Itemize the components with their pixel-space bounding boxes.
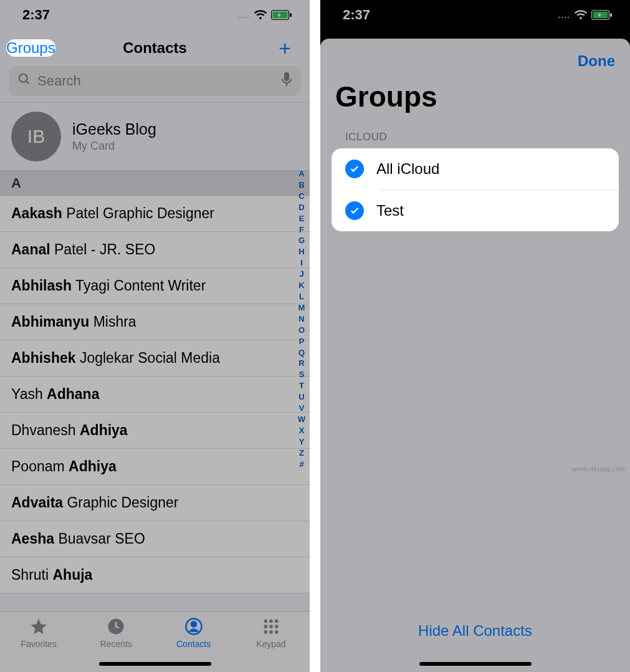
svg-point-12 — [275, 619, 279, 623]
svg-point-11 — [269, 619, 273, 623]
search-placeholder: Search — [37, 73, 81, 89]
status-bar: 2:37 .... — [0, 0, 310, 30]
contacts-screen: 2:37 .... Groups Contacts + Search IB — [0, 0, 310, 672]
my-card-name: iGeeks Blog — [72, 120, 156, 138]
groups-button[interactable]: Groups — [6, 39, 55, 57]
home-indicator[interactable] — [99, 662, 211, 666]
star-icon — [29, 617, 48, 636]
svg-rect-2 — [290, 13, 292, 17]
battery-charging-icon — [271, 10, 292, 20]
avatar: IB — [11, 112, 61, 161]
group-label: All iCloud — [376, 160, 439, 178]
my-card-row[interactable]: IB iGeeks Blog My Card — [0, 102, 310, 171]
group-list: All iCloud Test — [332, 148, 619, 231]
sheet-title: Groups — [320, 74, 630, 126]
svg-rect-5 — [284, 72, 289, 81]
hide-all-button[interactable]: Hide All Contacts — [320, 622, 630, 640]
search-input[interactable]: Search — [9, 66, 301, 96]
svg-point-17 — [269, 630, 273, 634]
contact-list: Aakash Patel Graphic Designer Aanal Pate… — [0, 196, 310, 593]
wifi-icon — [254, 9, 267, 21]
my-card-sub: My Card — [72, 140, 156, 153]
contact-row[interactable]: Poonam Adhiya — [0, 449, 310, 485]
clock-icon — [107, 617, 125, 636]
section-label: ICLOUD — [320, 126, 630, 148]
tab-label: Contacts — [176, 639, 211, 649]
group-row-test[interactable]: Test — [332, 190, 619, 231]
tab-keypad[interactable]: Keypad — [232, 617, 310, 672]
wifi-icon — [574, 9, 588, 21]
person-circle-icon — [184, 617, 203, 636]
group-row-all-icloud[interactable]: All iCloud — [332, 148, 619, 190]
add-contact-button[interactable]: + — [274, 34, 296, 63]
contact-row[interactable]: Yash Adhana — [0, 377, 310, 413]
contact-row[interactable]: Abhishek Joglekar Social Media — [0, 340, 310, 377]
groups-screen: 2:37 .... Done Groups ICLOUD All iCloud — [320, 0, 630, 672]
keypad-icon — [262, 617, 280, 636]
svg-point-3 — [19, 74, 27, 82]
tab-label: Favorites — [21, 639, 57, 649]
group-label: Test — [376, 202, 404, 219]
status-time: 2:37 — [343, 7, 370, 23]
svg-point-16 — [264, 630, 267, 634]
search-icon — [17, 72, 31, 90]
checkmark-icon — [345, 160, 364, 178]
section-header: A — [0, 171, 310, 196]
section-index[interactable]: ABCDEFGHIJKLMNOPQRSTUVWXYZ# — [296, 168, 307, 469]
done-button[interactable]: Done — [578, 52, 615, 70]
contact-row[interactable]: Advaita Graphic Designer — [0, 485, 310, 521]
battery-charging-icon — [591, 10, 613, 20]
cellular-dots-icon: .... — [237, 10, 250, 20]
svg-point-13 — [264, 625, 267, 628]
tab-favorites[interactable]: Favorites — [0, 617, 77, 672]
svg-point-14 — [269, 625, 273, 628]
svg-rect-21 — [610, 13, 612, 17]
contact-row[interactable]: Dhvanesh Adhiya — [0, 413, 310, 449]
status-bar: 2:37 .... — [320, 0, 630, 30]
svg-point-18 — [275, 630, 279, 634]
svg-point-9 — [191, 622, 196, 626]
groups-sheet: Done Groups ICLOUD All iCloud Test Hide … — [320, 39, 630, 672]
contact-row[interactable]: Aanal Patel - JR. SEO — [0, 232, 310, 268]
mic-icon[interactable] — [281, 72, 292, 90]
svg-point-15 — [275, 625, 279, 628]
contact-row[interactable]: Abhilash Tyagi Content Writer — [0, 268, 310, 304]
tab-label: Recents — [100, 639, 132, 649]
contact-row[interactable]: Shruti Ahuja — [0, 557, 310, 593]
nav-bar: Groups Contacts + — [0, 30, 310, 66]
watermark: www.deuaq.com — [572, 465, 626, 473]
cellular-dots-icon: .... — [558, 10, 570, 20]
contact-row[interactable]: Aesha Buavsar SEO — [0, 521, 310, 557]
tab-label: Keypad — [256, 639, 285, 649]
contact-row[interactable]: Abhimanyu Mishra — [0, 304, 310, 340]
checkmark-icon — [345, 201, 364, 220]
svg-point-10 — [264, 619, 267, 623]
svg-line-4 — [26, 81, 29, 84]
status-time: 2:37 — [22, 7, 50, 23]
home-indicator[interactable] — [419, 662, 532, 666]
contact-row[interactable]: Aakash Patel Graphic Designer — [0, 196, 310, 232]
page-title: Contacts — [123, 39, 187, 57]
